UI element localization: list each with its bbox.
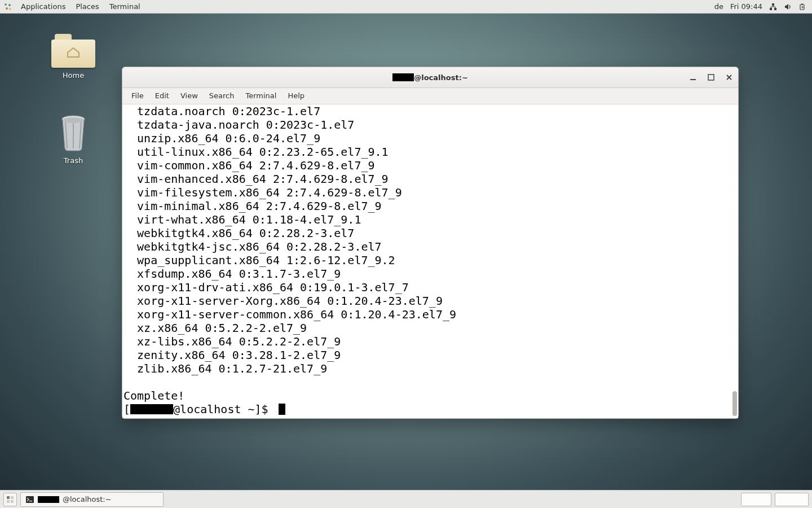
svg-rect-16	[11, 500, 14, 503]
desktop-icon-home[interactable]: Home	[45, 34, 102, 80]
svg-point-2	[6, 7, 8, 10]
terminal-cursor	[279, 404, 285, 415]
desktop-icon-label: Home	[63, 71, 84, 80]
close-button[interactable]	[723, 72, 735, 83]
svg-rect-13	[7, 496, 10, 499]
terminal-viewport[interactable]: tzdata.noarch 0:2023c-1.el7 tzdata-java.…	[122, 104, 738, 418]
svg-rect-17	[26, 496, 34, 503]
desktop: Applications Places Terminal de Fri 09:4…	[0, 0, 812, 508]
menu-view[interactable]: View	[175, 88, 204, 104]
network-icon[interactable]	[769, 3, 777, 11]
top-panel: Applications Places Terminal de Fri 09:4…	[0, 0, 812, 14]
svg-rect-12	[708, 75, 714, 80]
taskbar-entry-terminal[interactable]: @localhost:~	[20, 492, 164, 507]
desktop-icon-trash[interactable]: Trash	[45, 113, 102, 165]
scrollbar-thumb[interactable]	[732, 391, 737, 416]
svg-rect-15	[7, 500, 10, 503]
menu-file[interactable]: File	[126, 88, 149, 104]
desktop-icons: Home Trash	[45, 34, 102, 165]
system-tray: de Fri 09:44	[714, 2, 809, 11]
keyboard-layout-indicator[interactable]: de	[714, 2, 723, 11]
terminal-prompt[interactable]: [@localhost ~]$	[123, 402, 738, 416]
menu-places[interactable]: Places	[70, 0, 104, 14]
top-menu-left: Applications Places Terminal	[3, 0, 145, 14]
menu-help[interactable]: Help	[282, 88, 310, 104]
redacted-username	[38, 496, 59, 503]
input-method-indicator[interactable]	[741, 493, 771, 506]
terminal-app-icon	[25, 495, 34, 504]
window-titlebar[interactable]: @localhost:~	[122, 67, 738, 88]
svg-rect-6	[774, 8, 776, 10]
menu-search[interactable]: Search	[204, 88, 240, 104]
menu-edit[interactable]: Edit	[149, 88, 175, 104]
battery-icon[interactable]	[798, 3, 806, 11]
maximize-button[interactable]	[705, 72, 717, 83]
svg-rect-8	[801, 3, 803, 5]
svg-rect-5	[770, 8, 772, 10]
menu-terminal[interactable]: Terminal	[104, 0, 145, 14]
window-menubar: File Edit View Search Terminal Help	[122, 88, 738, 104]
svg-point-10	[63, 117, 84, 123]
svg-rect-4	[772, 3, 774, 6]
scrollbar[interactable]	[731, 106, 737, 417]
svg-point-1	[8, 4, 11, 6]
panel-right-box[interactable]	[775, 493, 809, 506]
redacted-username	[130, 404, 173, 414]
terminal-output: tzdata.noarch 0:2023c-1.el7 tzdata-java.…	[122, 104, 738, 416]
svg-rect-18	[29, 501, 32, 501]
clock[interactable]: Fri 09:44	[730, 2, 762, 11]
svg-rect-11	[690, 79, 696, 80]
volume-icon[interactable]	[784, 3, 792, 11]
menu-applications[interactable]: Applications	[16, 0, 70, 14]
activities-icon[interactable]	[3, 2, 12, 11]
svg-point-0	[5, 3, 7, 6]
menu-terminal[interactable]: Terminal	[240, 88, 282, 104]
terminal-window[interactable]: @localhost:~ File Edit View Search Termi…	[122, 67, 739, 419]
minimize-button[interactable]	[687, 72, 699, 83]
taskbar-entry-label: @localhost:~	[63, 495, 112, 503]
folder-icon	[51, 34, 95, 68]
redacted-username	[392, 73, 414, 81]
svg-rect-14	[11, 496, 14, 499]
svg-point-3	[9, 8, 11, 10]
workspace-switcher[interactable]	[3, 493, 17, 506]
window-title: @localhost:~	[392, 73, 468, 82]
trash-icon	[58, 113, 89, 153]
desktop-icon-label: Trash	[64, 156, 83, 165]
bottom-panel: @localhost:~	[0, 490, 812, 508]
